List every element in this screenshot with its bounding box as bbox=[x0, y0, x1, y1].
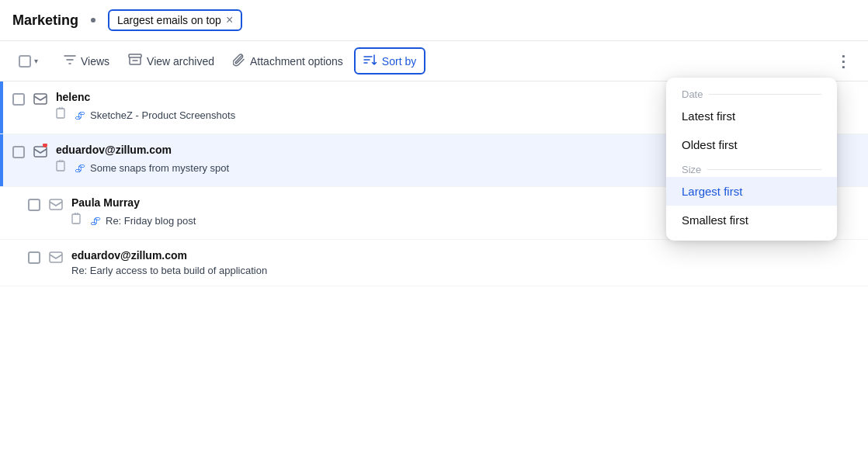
email-subject-row: Re: Early access to beta build of applic… bbox=[71, 265, 856, 276]
inbox-icon bbox=[48, 196, 64, 216]
unread-indicator bbox=[0, 81, 3, 133]
archive-icon bbox=[128, 54, 142, 68]
smallest-first-option[interactable]: Smallest first bbox=[666, 206, 837, 234]
attachment-options-icon bbox=[233, 53, 245, 69]
view-archived-label: View archived bbox=[147, 55, 214, 68]
header: Marketing Largest emails on top × bbox=[0, 0, 868, 41]
active-filter-badge[interactable]: Largest emails on top × bbox=[108, 9, 242, 31]
email-checkbox[interactable] bbox=[28, 199, 40, 211]
inbox-icon bbox=[33, 144, 48, 163]
size-section-label: Size bbox=[666, 159, 837, 177]
email-subject: Re: Early access to beta build of applic… bbox=[71, 265, 267, 276]
active-filter-label: Largest emails on top bbox=[117, 14, 221, 26]
compose-icon bbox=[56, 159, 70, 177]
attachment-icon: 🖇 bbox=[90, 215, 101, 227]
sort-dropdown: Date Latest first Oldest first Size Larg… bbox=[666, 78, 837, 241]
header-dot bbox=[91, 18, 95, 23]
compose-icon bbox=[71, 212, 85, 230]
attachment-icon: 🖇 bbox=[75, 109, 85, 122]
email-subject: Re: Friday blog post bbox=[106, 215, 196, 227]
svg-rect-3 bbox=[34, 147, 47, 157]
views-label: Views bbox=[81, 55, 109, 68]
compose-icon bbox=[56, 106, 70, 124]
latest-first-option[interactable]: Latest first bbox=[666, 102, 837, 130]
largest-first-option[interactable]: Largest first bbox=[666, 177, 837, 206]
date-section-label: Date bbox=[666, 84, 837, 102]
select-all-area[interactable]: ▾ bbox=[12, 55, 53, 68]
email-content: eduardov@zillum.com Re: Early access to … bbox=[71, 249, 856, 276]
email-checkbox[interactable] bbox=[12, 146, 25, 158]
folder-title: Marketing bbox=[12, 12, 78, 29]
email-checkbox[interactable] bbox=[12, 93, 25, 106]
svg-rect-7 bbox=[50, 252, 62, 262]
sort-by-label: Sort by bbox=[382, 55, 416, 68]
close-filter-button[interactable]: × bbox=[226, 14, 233, 26]
svg-rect-2 bbox=[57, 109, 64, 118]
toolbar: ▾ Views View archived Attachment options bbox=[0, 41, 868, 81]
oldest-first-option[interactable]: Oldest first bbox=[666, 130, 837, 159]
select-dropdown-chevron[interactable]: ▾ bbox=[34, 55, 47, 68]
svg-rect-6 bbox=[72, 214, 80, 224]
table-row[interactable]: eduardov@zillum.com Re: Early access to … bbox=[0, 240, 868, 286]
svg-rect-4 bbox=[57, 161, 64, 171]
sort-by-button[interactable]: Sort by bbox=[354, 47, 425, 75]
svg-rect-5 bbox=[50, 199, 62, 210]
attachment-icon: 🖇 bbox=[75, 162, 85, 175]
view-archived-button[interactable]: View archived bbox=[120, 49, 222, 73]
select-all-checkbox[interactable] bbox=[19, 55, 31, 68]
email-sender: eduardov@zillum.com bbox=[71, 249, 856, 262]
email-subject: Some snaps from mystery spot bbox=[90, 162, 229, 174]
unread-indicator bbox=[0, 134, 3, 186]
more-options-button[interactable]: ⋮ bbox=[831, 49, 856, 74]
svg-rect-0 bbox=[129, 54, 141, 57]
sort-icon bbox=[363, 54, 377, 68]
email-checkbox[interactable] bbox=[28, 251, 40, 264]
inbox-icon bbox=[33, 91, 48, 110]
attachment-options-button[interactable]: Attachment options bbox=[225, 48, 351, 74]
email-subject: SketcheZ - Product Screenshots bbox=[90, 109, 235, 121]
filter-icon bbox=[64, 54, 76, 68]
inbox-icon bbox=[48, 249, 64, 269]
svg-rect-1 bbox=[34, 94, 47, 104]
attachment-options-label: Attachment options bbox=[250, 55, 343, 68]
views-button[interactable]: Views bbox=[56, 49, 117, 73]
